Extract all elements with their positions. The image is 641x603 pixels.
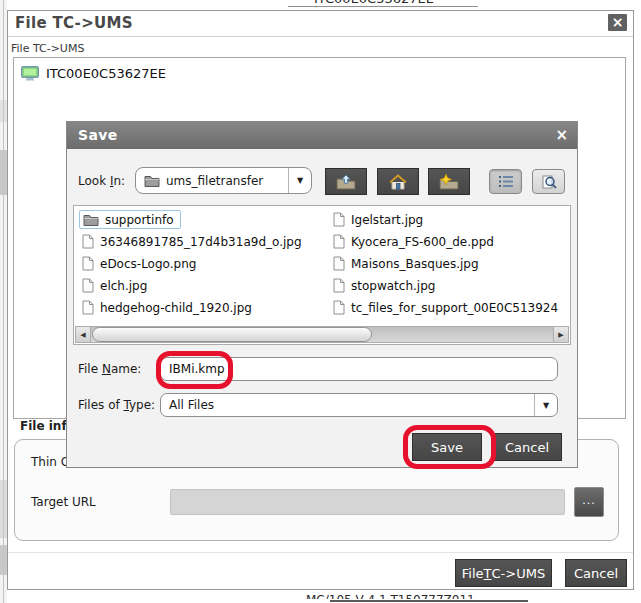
- file-item[interactable]: Igelstart.jpg: [333, 210, 567, 229]
- save-button[interactable]: Save: [412, 433, 482, 461]
- files-of-type-combobox[interactable]: All Files ▼: [160, 393, 558, 417]
- scroll-left-icon[interactable]: ◀: [75, 326, 91, 343]
- tree-item-thin-client[interactable]: ITC00E0C53627EE: [21, 64, 166, 82]
- details-view-button[interactable]: [532, 169, 565, 194]
- chevron-down-icon: ▼: [534, 394, 557, 416]
- footer-separator: [8, 552, 633, 553]
- browse-button[interactable]: ...: [574, 487, 604, 517]
- chevron-down-icon: ▼: [288, 168, 311, 193]
- horizontal-scrollbar: ◀ ▶: [75, 326, 569, 343]
- file-item[interactable]: elch.jpg: [82, 276, 147, 295]
- file-item[interactable]: 36346891785_17d4b31a9d_o.jpg: [82, 232, 302, 251]
- background-left-strip: [0, 0, 7, 603]
- look-in-value: ums_filetransfer: [166, 174, 263, 188]
- up-folder-icon: [336, 174, 356, 190]
- file-name-input[interactable]: [160, 357, 558, 381]
- files-of-type-value: All Files: [169, 398, 214, 412]
- file-item[interactable]: hedgehog-child_1920.jpg: [82, 298, 252, 317]
- dialog-titlebar[interactable]: File TC->UMS ×: [8, 11, 633, 37]
- look-in-label: Look In:: [78, 167, 125, 195]
- screen: ITC00E0C53627EE MC/105 V 4.1 T150777Z011…: [0, 0, 641, 603]
- new-folder-button[interactable]: [428, 168, 470, 195]
- file-icon: [82, 234, 94, 249]
- background-bottom-line: [330, 600, 528, 602]
- group-label: File TC->UMS: [11, 42, 84, 55]
- dialog-cancel-button[interactable]: Cancel: [565, 559, 627, 587]
- file-name-label: File Name:: [78, 357, 141, 381]
- save-dialog-titlebar[interactable]: Save ×: [67, 122, 577, 149]
- file-tc-ums-button[interactable]: File TC->UMS: [455, 559, 552, 587]
- dialog-title: File TC->UMS: [15, 11, 133, 36]
- save-dialog-body: Look In: ums_filetransfer ▼: [67, 149, 577, 467]
- up-folder-button[interactable]: [325, 168, 367, 195]
- scrollbar-thumb[interactable]: [92, 327, 372, 342]
- save-dialog-title: Save: [78, 122, 118, 148]
- save-close-icon[interactable]: ×: [555, 122, 568, 148]
- file-icon: [333, 278, 345, 293]
- home-icon: [389, 174, 407, 190]
- file-item-supportinfo[interactable]: supportinfo: [79, 210, 181, 229]
- file-icon: [82, 300, 94, 315]
- home-button[interactable]: [377, 168, 419, 195]
- background-bottom-partial-text: MC/105 V 4.1 T150777Z011: [306, 593, 534, 599]
- save-cancel-button[interactable]: Cancel: [492, 433, 562, 461]
- file-list-panel: supportinfo 36346891785_17d4b31a9d_o.jpg…: [73, 205, 571, 345]
- folder-icon: [83, 213, 99, 226]
- thin-client-text: Thin C: [31, 455, 69, 469]
- details-view-icon: [541, 175, 557, 189]
- file-icon: [333, 234, 345, 249]
- file-item[interactable]: tc_files_for_support_00E0C513924: [333, 298, 567, 317]
- file-icon: [82, 278, 94, 293]
- look-in-combobox[interactable]: ums_filetransfer ▼: [135, 167, 312, 194]
- file-icon: [333, 212, 345, 227]
- file-item[interactable]: Maisons_Basques.jpg: [333, 254, 567, 273]
- save-dialog: Save × Look In: ums_filetransfer ▼: [66, 121, 578, 468]
- close-icon[interactable]: ×: [608, 14, 627, 31]
- list-view-button[interactable]: [489, 169, 522, 194]
- file-item[interactable]: eDocs-Logo.png: [82, 254, 196, 273]
- folder-icon: [144, 174, 160, 187]
- thin-client-monitor-icon: [21, 66, 39, 81]
- scroll-right-icon[interactable]: ▶: [553, 326, 569, 343]
- file-item[interactable]: stopwatch.jpg: [333, 276, 567, 295]
- files-of-type-label: Files of Type:: [78, 393, 155, 417]
- tree-item-label: ITC00E0C53627EE: [46, 66, 166, 81]
- background-top-line: [288, 6, 478, 7]
- list-view-icon: [498, 175, 514, 188]
- file-icon: [333, 300, 345, 315]
- file-item[interactable]: Kyocera_FS-600_de.ppd: [333, 232, 567, 251]
- new-folder-icon: [439, 174, 459, 190]
- file-icon: [333, 256, 345, 271]
- scrollbar-track[interactable]: [91, 326, 553, 343]
- target-url-label: Target URL: [31, 495, 96, 509]
- target-url-field: [170, 489, 565, 515]
- file-icon: [82, 256, 94, 271]
